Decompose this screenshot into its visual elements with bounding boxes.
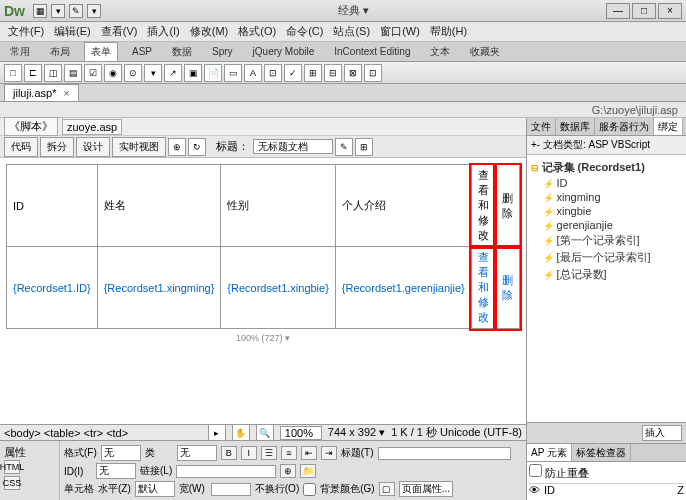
- tree-first[interactable]: [第一个记录索引]: [531, 232, 682, 249]
- fieldset-icon[interactable]: ⊡: [264, 64, 282, 82]
- rtab-tag[interactable]: 标签检查器: [572, 444, 631, 461]
- pointer-icon[interactable]: ▸: [208, 424, 226, 442]
- tab-layout[interactable]: 布局: [44, 43, 76, 61]
- misc1-icon[interactable]: ✎: [335, 138, 353, 156]
- td-gender[interactable]: {Recordset1.xingbie}: [221, 247, 336, 329]
- menu-modify[interactable]: 修改(M): [186, 22, 233, 41]
- select-icon[interactable]: ▾: [144, 64, 162, 82]
- menu-insert[interactable]: 插入(I): [143, 22, 183, 41]
- link-point-icon[interactable]: ⊕: [280, 464, 296, 478]
- menu-view[interactable]: 查看(V): [97, 22, 142, 41]
- th-edit[interactable]: 查看和修改: [471, 165, 495, 247]
- ul-icon[interactable]: ☰: [261, 446, 277, 460]
- layout-icon[interactable]: ▦: [33, 4, 47, 18]
- spry1-icon[interactable]: ✓: [284, 64, 302, 82]
- view-split[interactable]: 拆分: [40, 137, 74, 157]
- tab-ice[interactable]: InContext Editing: [328, 44, 416, 59]
- format-select[interactable]: 无: [101, 445, 141, 461]
- inspect-icon[interactable]: ⊕: [168, 138, 186, 156]
- button-icon[interactable]: ▭: [224, 64, 242, 82]
- menu-window[interactable]: 窗口(W): [376, 22, 424, 41]
- outdent-icon[interactable]: ⇤: [301, 446, 317, 460]
- tab-fav[interactable]: 收藏夹: [464, 43, 506, 61]
- td-edit[interactable]: 查看和修改: [471, 247, 495, 329]
- jump-icon[interactable]: ↗: [164, 64, 182, 82]
- tree-last[interactable]: [最后一个记录索引]: [531, 249, 682, 266]
- dropdown2-icon[interactable]: ▾: [87, 4, 101, 18]
- form-icon[interactable]: □: [4, 64, 22, 82]
- rtab-ap[interactable]: AP 元素: [527, 444, 572, 461]
- page-props-button[interactable]: 页面属性...: [399, 481, 453, 497]
- checkbox-icon[interactable]: ☑: [84, 64, 102, 82]
- menu-help[interactable]: 帮助(H): [426, 22, 471, 41]
- tab-data[interactable]: 数据: [166, 43, 198, 61]
- document-tab[interactable]: jiluji.asp* ×: [4, 84, 79, 101]
- spry5-icon[interactable]: ⊡: [364, 64, 382, 82]
- td-name[interactable]: {Recordset1.xingming}: [97, 247, 221, 329]
- link-browse-icon[interactable]: 📁: [300, 464, 316, 478]
- spry4-icon[interactable]: ⊠: [344, 64, 362, 82]
- radio-icon[interactable]: ◉: [104, 64, 122, 82]
- view-code[interactable]: 代码: [4, 137, 38, 157]
- indent-icon[interactable]: ⇥: [321, 446, 337, 460]
- rtab-bind[interactable]: 绑定: [654, 118, 683, 135]
- data-table[interactable]: ID 姓名 性别 个人介绍 查看和修改 删除 {Recordset1.ID} {…: [6, 164, 520, 329]
- spry2-icon[interactable]: ⊞: [304, 64, 322, 82]
- halign-select[interactable]: 默认: [135, 481, 175, 497]
- tree-id[interactable]: ID: [531, 176, 682, 190]
- tree-xingming[interactable]: xingming: [531, 190, 682, 204]
- view-live[interactable]: 实时视图: [112, 137, 166, 157]
- th-id[interactable]: ID: [7, 165, 98, 247]
- menu-file[interactable]: 文件(F): [4, 22, 48, 41]
- title-input[interactable]: [253, 139, 333, 154]
- zoom-icon[interactable]: 🔍: [256, 424, 274, 442]
- bold-button[interactable]: B: [221, 446, 237, 460]
- title-mode[interactable]: 经典 ▾: [101, 3, 606, 18]
- crumb-script[interactable]: 《脚本》: [4, 117, 58, 136]
- tree-recordset[interactable]: 记录集 (Recordset1): [531, 159, 682, 176]
- html-mode[interactable]: HTML: [4, 460, 20, 474]
- bg-color-swatch[interactable]: ▢: [379, 482, 395, 496]
- td-del[interactable]: 删除: [495, 247, 519, 329]
- insert-button[interactable]: 插入: [642, 425, 682, 441]
- bindings-tree[interactable]: 记录集 (Recordset1) ID xingming xingbie ger…: [527, 155, 686, 422]
- width-input[interactable]: [211, 483, 251, 496]
- link-input[interactable]: [176, 465, 276, 478]
- menu-site[interactable]: 站点(S): [329, 22, 374, 41]
- prevent-overlap-check[interactable]: [529, 464, 542, 477]
- titleattr-input[interactable]: [378, 447, 511, 460]
- th-name[interactable]: 姓名: [97, 165, 221, 247]
- textarea-icon[interactable]: ▤: [64, 64, 82, 82]
- id-select[interactable]: 无: [96, 463, 136, 479]
- td-intro[interactable]: {Recordset1.gerenjianjie}: [335, 247, 471, 329]
- minimize-button[interactable]: —: [606, 3, 630, 19]
- crumb-file[interactable]: zuoye.asp: [62, 119, 122, 135]
- rtab-files[interactable]: 文件: [527, 118, 556, 135]
- css-mode[interactable]: CSS: [4, 476, 20, 490]
- image-icon[interactable]: ▣: [184, 64, 202, 82]
- tab-asp[interactable]: ASP: [126, 44, 158, 59]
- italic-button[interactable]: I: [241, 446, 257, 460]
- th-del[interactable]: 删除: [495, 165, 519, 247]
- zoom-input[interactable]: [280, 426, 322, 440]
- rtab-db[interactable]: 数据库: [556, 118, 595, 135]
- misc2-icon[interactable]: ⊞: [355, 138, 373, 156]
- th-intro[interactable]: 个人介绍: [335, 165, 471, 247]
- menu-command[interactable]: 命令(C): [282, 22, 327, 41]
- refresh-icon[interactable]: ↻: [188, 138, 206, 156]
- spry3-icon[interactable]: ⊟: [324, 64, 342, 82]
- class-select[interactable]: 无: [177, 445, 217, 461]
- tool-icon[interactable]: ✎: [69, 4, 83, 18]
- th-gender[interactable]: 性别: [221, 165, 336, 247]
- tab-common[interactable]: 常用: [4, 43, 36, 61]
- td-id[interactable]: {Recordset1.ID}: [7, 247, 98, 329]
- tree-xingbie[interactable]: xingbie: [531, 204, 682, 218]
- textfield-icon[interactable]: ⊏: [24, 64, 42, 82]
- radiogroup-icon[interactable]: ⊙: [124, 64, 142, 82]
- nowrap-check[interactable]: [303, 483, 316, 496]
- menu-format[interactable]: 格式(O): [234, 22, 280, 41]
- tree-gerenjianjie[interactable]: gerenjianjie: [531, 218, 682, 232]
- tag-path[interactable]: <body> <table> <tr> <td>: [4, 427, 128, 439]
- doc-tab-close-icon[interactable]: ×: [63, 87, 69, 99]
- tab-form[interactable]: 表单: [84, 42, 118, 61]
